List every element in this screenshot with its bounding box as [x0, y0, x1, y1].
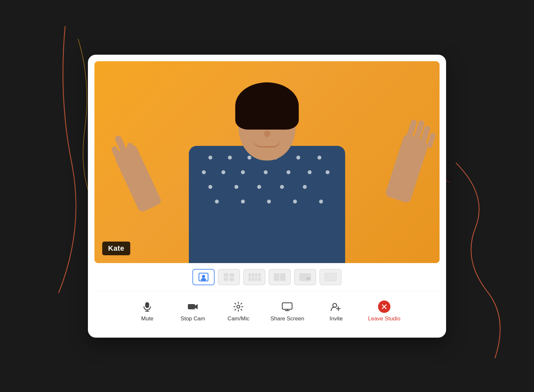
svg-rect-16 — [280, 273, 286, 281]
svg-point-1 — [202, 275, 205, 278]
stop-cam-label: Stop Cam — [181, 315, 205, 322]
svg-rect-10 — [258, 273, 261, 277]
video-background — [94, 61, 440, 263]
stop-cam-button[interactable]: Stop Cam — [170, 296, 216, 327]
mute-button[interactable]: Mute — [124, 296, 170, 327]
layout-pip-btn[interactable] — [294, 269, 316, 285]
svg-point-2 — [201, 278, 206, 281]
svg-point-24 — [237, 305, 240, 308]
invite-icon — [330, 301, 342, 313]
layout-grid4-btn[interactable] — [243, 269, 265, 285]
layout-grid2-btn[interactable] — [218, 269, 240, 285]
participant-video — [94, 61, 440, 263]
camera-icon — [187, 301, 199, 313]
layout-single-btn[interactable] — [192, 269, 215, 285]
svg-rect-12 — [252, 277, 254, 281]
cam-mic-button[interactable]: Cam/Mic — [216, 296, 261, 327]
video-area: Kate — [94, 61, 440, 263]
layout-bar — [94, 263, 440, 288]
invite-button[interactable]: Invite — [313, 296, 359, 327]
layout-blank-btn[interactable] — [319, 269, 342, 285]
leave-studio-button[interactable]: Leave Studio — [359, 296, 409, 327]
studio-container: Kate — [88, 55, 446, 338]
svg-rect-13 — [255, 277, 258, 281]
svg-rect-11 — [248, 277, 251, 281]
svg-rect-14 — [258, 277, 261, 281]
monitor-icon — [281, 301, 293, 313]
svg-rect-7 — [248, 273, 251, 277]
svg-rect-6 — [230, 277, 234, 281]
svg-rect-3 — [224, 273, 228, 277]
leave-studio-label: Leave Studio — [368, 315, 400, 322]
participant-name-badge: Kate — [102, 242, 130, 255]
svg-rect-19 — [325, 273, 336, 281]
controls-bar: Mute Stop Cam Cam/Mic — [94, 291, 440, 328]
invite-label: Invite — [330, 315, 343, 322]
layout-side-btn[interactable] — [269, 269, 291, 285]
svg-rect-9 — [255, 273, 258, 277]
svg-rect-18 — [306, 277, 310, 280]
participant-name: Kate — [108, 244, 124, 252]
share-screen-label: Share Screen — [270, 315, 304, 322]
mute-label: Mute — [141, 315, 153, 322]
svg-rect-20 — [145, 302, 149, 308]
leave-studio-icon — [378, 301, 390, 313]
svg-rect-15 — [274, 273, 279, 281]
svg-rect-5 — [224, 277, 228, 281]
svg-rect-23 — [188, 304, 195, 309]
svg-rect-8 — [252, 273, 254, 277]
share-screen-button[interactable]: Share Screen — [261, 296, 313, 327]
settings-icon — [232, 301, 245, 313]
svg-rect-4 — [230, 273, 234, 277]
svg-rect-25 — [282, 303, 292, 309]
cam-mic-label: Cam/Mic — [228, 315, 249, 322]
microphone-icon — [141, 301, 153, 313]
